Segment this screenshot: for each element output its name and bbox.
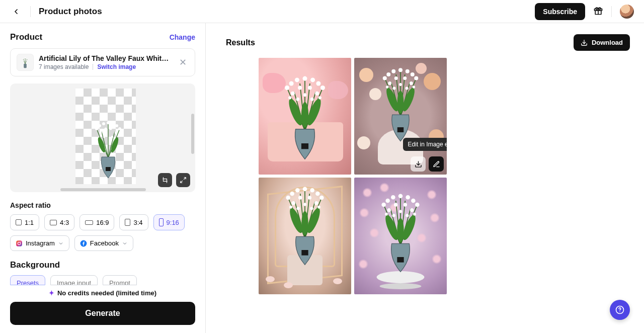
facebook-label: Facebook xyxy=(90,239,119,247)
svg-point-42 xyxy=(619,311,620,312)
product-card: Artificial Lily of The Valley Faux White… xyxy=(10,48,195,76)
instagram-icon xyxy=(16,240,23,247)
product-title: Artificial Lily of The Valley Faux White… xyxy=(39,54,172,62)
svg-point-19 xyxy=(95,127,98,130)
aspect-16-9[interactable]: 16:9 xyxy=(79,214,114,230)
results-panel: Results Download xyxy=(206,23,644,333)
background-tab-image-input[interactable]: Image input xyxy=(50,275,98,285)
svg-point-9 xyxy=(27,58,28,59)
instagram-dropdown[interactable]: Instagram xyxy=(10,235,69,251)
credits-note: No credits needed (limited time) xyxy=(57,289,156,297)
page-title: Product photos xyxy=(39,7,102,17)
aspect-label: 1:1 xyxy=(25,219,34,226)
svg-point-37 xyxy=(20,241,21,242)
svg-point-7 xyxy=(22,58,23,59)
download-icon xyxy=(581,39,588,46)
svg-point-22 xyxy=(107,121,110,124)
switch-image-link[interactable]: Switch image xyxy=(97,63,136,70)
divider xyxy=(30,6,31,17)
svg-rect-3 xyxy=(24,64,27,68)
download-icon xyxy=(415,160,422,168)
background-section-label: Background xyxy=(10,260,195,270)
header: Product photos Subscribe xyxy=(0,0,644,23)
tile-edit-button[interactable]: Edit in Image editor xyxy=(429,156,444,172)
divider xyxy=(93,64,93,70)
svg-point-20 xyxy=(98,124,101,127)
download-all-button[interactable]: Download xyxy=(574,34,630,51)
divider xyxy=(611,6,612,17)
subscribe-button[interactable]: Subscribe xyxy=(535,3,585,20)
help-fab[interactable] xyxy=(610,300,630,320)
tile-download-button[interactable] xyxy=(411,156,426,172)
crop-button[interactable] xyxy=(158,173,172,187)
svg-rect-35 xyxy=(16,240,22,246)
edit-tooltip: Edit in Image editor xyxy=(403,138,447,151)
close-icon[interactable]: ✕ xyxy=(177,57,189,68)
svg-point-24 xyxy=(115,124,118,127)
svg-line-5 xyxy=(25,59,27,64)
images-available: 7 images available xyxy=(39,63,89,70)
svg-point-29 xyxy=(115,132,117,134)
svg-line-4 xyxy=(23,59,25,64)
aspect-label: 4:3 xyxy=(60,219,69,226)
aspect-label: 3:4 xyxy=(133,219,142,226)
change-link[interactable]: Change xyxy=(170,33,195,41)
avatar[interactable] xyxy=(620,5,634,19)
aspect-9-16[interactable]: 9:16 xyxy=(153,214,185,230)
svg-line-34 xyxy=(181,181,183,183)
edit-icon xyxy=(433,160,440,168)
svg-point-26 xyxy=(100,132,102,134)
expand-icon xyxy=(180,177,187,184)
crop-icon xyxy=(162,177,169,184)
svg-rect-32 xyxy=(106,167,111,171)
download-label: Download xyxy=(592,39,623,46)
aspect-3-4[interactable]: 3:4 xyxy=(119,214,148,230)
facebook-dropdown[interactable]: Facebook xyxy=(74,235,133,251)
svg-point-28 xyxy=(110,128,112,130)
chevron-down-icon xyxy=(58,240,64,246)
svg-point-8 xyxy=(25,57,26,58)
vertical-scrollbar[interactable] xyxy=(191,114,194,154)
svg-point-23 xyxy=(111,122,114,125)
generate-button[interactable]: Generate xyxy=(10,302,195,325)
back-button[interactable] xyxy=(10,6,22,18)
result-tile-2[interactable]: Edit in Image editor xyxy=(354,58,447,175)
aspect-label: 9:16 xyxy=(167,219,179,226)
svg-point-27 xyxy=(105,128,107,130)
svg-point-30 xyxy=(103,136,105,138)
product-canvas[interactable] xyxy=(10,84,195,192)
svg-point-17 xyxy=(97,136,107,153)
background-tab-prompt[interactable]: Prompt xyxy=(103,275,137,285)
expand-button[interactable] xyxy=(176,173,190,187)
svg-point-25 xyxy=(118,127,121,130)
svg-line-33 xyxy=(184,178,186,180)
canvas-product-image xyxy=(91,119,126,179)
chevron-left-icon xyxy=(12,8,20,16)
result-tile-3[interactable] xyxy=(259,178,351,294)
sparkle-icon: ✦ xyxy=(49,289,54,297)
svg-point-21 xyxy=(102,122,105,125)
product-thumbnail xyxy=(17,54,34,71)
aspect-ratio-label: Aspect ratio xyxy=(10,201,195,209)
chevron-down-icon xyxy=(122,240,128,246)
result-tile-4[interactable] xyxy=(354,178,447,294)
svg-point-10 xyxy=(23,60,24,61)
left-panel: Product Change Artificial Lily of The Va… xyxy=(0,23,206,333)
instagram-label: Instagram xyxy=(26,239,55,247)
help-icon xyxy=(615,305,624,314)
svg-point-11 xyxy=(26,60,27,61)
svg-point-18 xyxy=(110,136,120,153)
product-section-label: Product xyxy=(10,32,42,42)
result-tile-1[interactable] xyxy=(259,58,351,175)
horizontal-scrollbar[interactable] xyxy=(60,188,146,191)
svg-point-31 xyxy=(111,136,113,138)
aspect-1-1[interactable]: 1:1 xyxy=(10,214,39,230)
background-tab-presets[interactable]: Presets xyxy=(10,275,45,285)
facebook-icon xyxy=(80,240,87,247)
gift-icon[interactable] xyxy=(593,6,603,18)
aspect-4-3[interactable]: 4:3 xyxy=(44,214,74,230)
aspect-label: 16:9 xyxy=(96,219,109,226)
results-title: Results xyxy=(226,38,255,47)
